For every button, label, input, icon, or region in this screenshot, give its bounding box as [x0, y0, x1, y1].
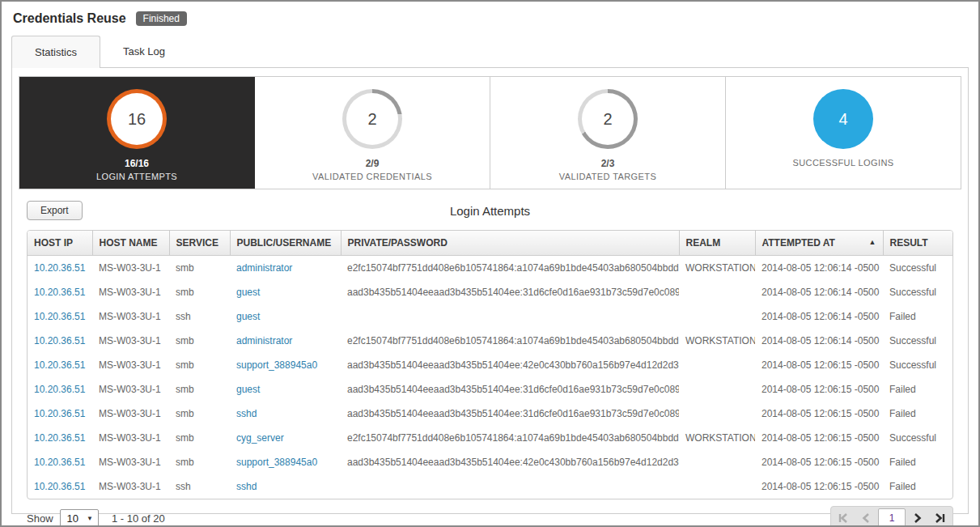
statistics-panel: 16 16/16 LOGIN ATTEMPTS 2 2/9 VALIDATED …	[11, 67, 969, 514]
validated-targets-label: VALIDATED TARGETS	[559, 171, 656, 184]
cell-private-password: aad3b435b51404eeaad3b435b51404ee:42e0c43…	[341, 450, 679, 474]
stats-strip: 16 16/16 LOGIN ATTEMPTS 2 2/9 VALIDATED …	[19, 76, 961, 189]
login-attempts-fraction: 16/16	[96, 157, 177, 171]
col-public-username[interactable]: PUBLIC/USERNAME	[230, 231, 341, 256]
table-footer: Show 10 ▼ 1 - 10 of 20 1	[27, 506, 953, 527]
cell-host-name: MS-W03-3U-1	[92, 377, 169, 402]
cell-service: smb	[169, 256, 230, 281]
cell-realm: WORKSTATION	[679, 426, 755, 450]
login-attempts-section: Export Login Attempts HOST IP HOST NAME …	[12, 189, 968, 527]
cell-private-password: aad3b435b51404eeaad3b435b51404ee:42e0c43…	[341, 353, 679, 377]
page-size-select[interactable]: 10 ▼	[60, 509, 99, 527]
cell-result: Failed	[883, 474, 952, 499]
cell-private-password: e2fc15074bf7751dd408e6b105741864:a1074a6…	[341, 256, 679, 281]
col-service[interactable]: SERVICE	[169, 231, 230, 256]
cell-service: smb	[169, 377, 230, 402]
cell-host-ip[interactable]: 10.20.36.51	[28, 280, 92, 304]
cell-host-name: MS-W03-3U-1	[92, 280, 169, 304]
cell-public-username[interactable]: sshd	[230, 402, 341, 426]
cell-host-ip[interactable]: 10.20.36.51	[28, 353, 92, 377]
table-header-row: HOST IP HOST NAME SERVICE PUBLIC/USERNAM…	[28, 231, 952, 256]
cell-host-ip[interactable]: 10.20.36.51	[28, 474, 92, 499]
cell-realm: WORKSTATION	[679, 256, 755, 281]
tab-statistics[interactable]: Statistics	[11, 36, 100, 68]
table-row: 10.20.36.51MS-W03-3U-1sshguest2014-08-05…	[28, 304, 952, 329]
cell-result: Failed	[883, 377, 952, 402]
cell-private-password: aad3b435b51404eeaad3b435b51404ee:31d6cfe…	[341, 280, 679, 304]
col-private-password[interactable]: PRIVATE/PASSWORD	[341, 231, 679, 256]
cell-public-username[interactable]: sshd	[230, 474, 341, 499]
login-attempts-gauge: 16	[107, 89, 167, 149]
validated-targets-fraction: 2/3	[559, 157, 656, 171]
cell-service: smb	[169, 450, 230, 474]
table-row: 10.20.36.51MS-W03-3U-1smbcyg_servere2fc1…	[28, 426, 952, 450]
cell-private-password	[341, 304, 679, 329]
table-row: 10.20.36.51MS-W03-3U-1smbadministratore2…	[28, 329, 952, 353]
table-body: 10.20.36.51MS-W03-3U-1smbadministratore2…	[28, 256, 952, 499]
cell-realm	[679, 377, 755, 402]
cell-private-password: e2fc15074bf7751dd408e6b105741864:a1074a6…	[341, 329, 679, 353]
cell-result: Successful	[883, 426, 952, 450]
cell-result: Successful	[883, 256, 952, 281]
cell-public-username[interactable]: cyg_server	[230, 426, 341, 450]
validated-credentials-value: 2	[367, 110, 376, 129]
range-text: 1 - 10 of 20	[112, 512, 165, 525]
cell-public-username[interactable]: administrator	[230, 329, 341, 353]
cell-host-ip[interactable]: 10.20.36.51	[28, 256, 92, 281]
cell-public-username[interactable]: administrator	[230, 256, 341, 281]
prev-page-button[interactable]	[855, 509, 876, 527]
cell-public-username[interactable]: support_388945a0	[230, 353, 341, 377]
cell-attempted-at: 2014-08-05 12:06:14 -0500	[755, 280, 883, 304]
tab-task-log[interactable]: Task Log	[100, 36, 188, 67]
cell-realm	[679, 402, 755, 426]
cell-service: ssh	[169, 304, 230, 329]
stat-card-successful-logins[interactable]: 4 SUCCESSFUL LOGINS	[726, 77, 961, 189]
cell-public-username[interactable]: guest	[230, 377, 341, 402]
cell-host-ip[interactable]: 10.20.36.51	[28, 377, 92, 402]
last-page-button[interactable]	[930, 509, 951, 527]
col-host-ip[interactable]: HOST IP	[28, 231, 92, 256]
next-page-button[interactable]	[907, 509, 928, 527]
cell-result: Failed	[883, 304, 952, 329]
cell-host-ip[interactable]: 10.20.36.51	[28, 329, 92, 353]
cell-result: Successful	[883, 353, 952, 377]
cell-service: smb	[169, 353, 230, 377]
cell-private-password: aad3b435b51404eeaad3b435b51404ee:31d6cfe…	[341, 377, 679, 402]
cell-realm	[679, 474, 755, 499]
col-host-name[interactable]: HOST NAME	[92, 231, 169, 256]
successful-logins-gauge: 4	[813, 89, 873, 149]
validated-credentials-fraction: 2/9	[312, 157, 432, 171]
task-window: Credentials Reuse Finished Statistics Ta…	[0, 0, 980, 527]
cell-service: ssh	[169, 474, 230, 499]
show-label: Show	[27, 512, 53, 525]
cell-public-username[interactable]: support_388945a0	[230, 450, 341, 474]
table-row: 10.20.36.51MS-W03-3U-1smbadministratore2…	[28, 256, 952, 281]
cell-host-ip[interactable]: 10.20.36.51	[28, 450, 92, 474]
cell-realm	[679, 450, 755, 474]
cell-host-name: MS-W03-3U-1	[92, 329, 169, 353]
cell-public-username[interactable]: guest	[230, 304, 341, 329]
col-attempted-at[interactable]: ▲ ATTEMPTED AT	[755, 231, 883, 256]
cell-private-password: e2fc15074bf7751dd408e6b105741864:a1074a6…	[341, 426, 679, 450]
stat-card-validated-targets[interactable]: 2 2/3 VALIDATED TARGETS	[490, 77, 726, 189]
page-header: Credentials Reuse Finished	[2, 2, 978, 31]
cell-service: smb	[169, 426, 230, 450]
login-attempts-table: HOST IP HOST NAME SERVICE PUBLIC/USERNAM…	[27, 230, 953, 499]
export-button[interactable]: Export	[27, 201, 83, 220]
col-realm[interactable]: REALM	[679, 231, 755, 256]
current-page-input[interactable]: 1	[878, 508, 906, 527]
cell-host-ip[interactable]: 10.20.36.51	[28, 402, 92, 426]
sort-asc-icon: ▲	[869, 238, 876, 246]
cell-public-username[interactable]: guest	[230, 280, 341, 304]
col-result[interactable]: RESULT	[883, 231, 952, 256]
cell-attempted-at: 2014-08-05 12:06:14 -0500	[755, 329, 883, 353]
tab-bar: Statistics Task Log	[2, 36, 978, 67]
cell-host-name: MS-W03-3U-1	[92, 304, 169, 329]
cell-host-ip[interactable]: 10.20.36.51	[28, 304, 92, 329]
first-page-button[interactable]	[833, 509, 854, 527]
stat-card-validated-credentials[interactable]: 2 2/9 VALIDATED CREDENTIALS	[255, 77, 490, 189]
cell-host-ip[interactable]: 10.20.36.51	[28, 426, 92, 450]
stat-card-login-attempts[interactable]: 16 16/16 LOGIN ATTEMPTS	[19, 77, 255, 189]
cell-realm	[679, 353, 755, 377]
cell-result: Successful	[883, 329, 952, 353]
